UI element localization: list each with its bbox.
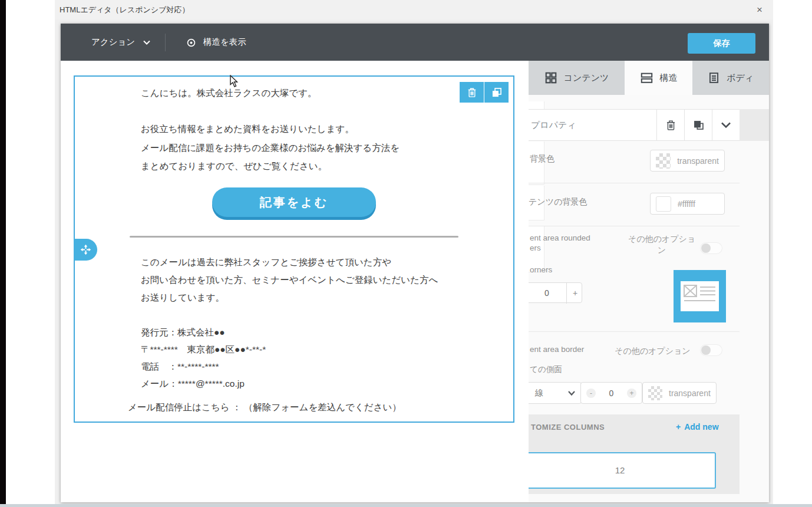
white-swatch: [656, 196, 671, 212]
all-sides-label: ての側面: [530, 364, 562, 375]
transparent-swatch: [656, 153, 671, 169]
block-action-buttons: [460, 82, 509, 103]
email-publisher-line: 発行元：株式会社●●: [141, 324, 266, 341]
email-body-line: まとめておりますので、ぜひご覧ください。: [141, 157, 400, 176]
copy-icon: [692, 119, 705, 131]
content-bg-picker[interactable]: #ffffff: [650, 193, 725, 215]
tab-structure[interactable]: 構造: [625, 61, 692, 95]
trash-icon: [466, 87, 478, 98]
selected-email-block[interactable]: こんにちは。株式会社ラクスの大塚です。 お役立ち情報をまとめた資料をお送りいたし…: [74, 75, 514, 423]
tab-body[interactable]: ボディ: [692, 61, 769, 95]
email-unsubscribe: メール配信停止はこちら ： （解除フォームを差込んでください）: [128, 401, 401, 414]
tab-contents-label: コンテンツ: [564, 73, 609, 84]
properties-header-row: プロパティ: [529, 109, 740, 141]
content-bg-value: #ffffff: [678, 199, 695, 209]
collapse-panel-button[interactable]: [712, 110, 740, 140]
image-placeholder-icon: [674, 270, 726, 322]
row-divider: [529, 331, 740, 332]
email-canvas[interactable]: こんにちは。株式会社ラクスの大塚です。 お役立ち情報をまとめた資料をお送りいたし…: [61, 61, 529, 502]
rounded-corners-label-line2: ers: [530, 243, 541, 252]
customize-columns-title: TOMIZE COLUMNS: [531, 423, 605, 432]
plus-icon: +: [676, 422, 681, 432]
copy-icon: [491, 87, 503, 98]
row-divider: [529, 183, 740, 183]
window-titlebar: HTMLエディタ（レスポンシブ対応） ×: [55, 0, 773, 19]
email-publisher-line: 電話 ：**-****-****: [141, 358, 266, 375]
border-color-value: transparent: [669, 389, 711, 398]
chevron-down-icon: [721, 121, 731, 129]
content-bg-label: テンツの背景色: [529, 197, 587, 208]
corners-label: orners: [530, 265, 552, 274]
move-icon: [80, 243, 92, 256]
rows-icon: [640, 71, 653, 84]
settings-sidebar: コンテンツ 構造 ボディ プロパティ: [529, 61, 769, 502]
bg-color-label: 背景色: [530, 154, 554, 164]
email-publisher: 発行元：株式会社●● 〒***-**** 東京都●●区●●*-**-* 電話 ：…: [141, 324, 266, 392]
editor-toolbar: アクション 構造を表示 保存: [61, 24, 769, 61]
delete-block-button[interactable]: [460, 82, 484, 103]
duplicate-block-button[interactable]: [484, 82, 509, 103]
border-other-options-label: その他のオプション: [615, 346, 691, 357]
border-width-value: 0: [609, 389, 614, 398]
properties-row-margin: [740, 109, 769, 141]
eye-icon: [186, 38, 196, 48]
border-width-stepper: - 0 +: [580, 382, 642, 404]
editor-window: HTMLエディタ（レスポンシブ対応） × アクション 構造を表示 保存: [55, 0, 773, 504]
email-publisher-line: 〒***-**** 東京都●●区●●*-**-*: [141, 341, 266, 358]
corners-stepper: 0 +: [529, 282, 582, 303]
border-color-picker[interactable]: transparent: [642, 382, 717, 404]
sidebar-tabs: コンテンツ 構造 ボディ: [529, 61, 769, 95]
border-style-value: 線: [535, 388, 543, 399]
clipped-field-fragment: [529, 101, 544, 110]
add-new-column-button[interactable]: + Add new: [676, 422, 719, 432]
row-divider: [529, 226, 740, 226]
border-label: ent area border: [530, 345, 584, 354]
tab-body-label: ボディ: [727, 73, 754, 84]
border-width-increment[interactable]: +: [627, 389, 636, 398]
email-audience-line: お問い合わせを頂いた方、セミナーやイベントへご登録いただいた方へ: [141, 271, 438, 289]
block-drag-handle[interactable]: [74, 239, 97, 261]
email-publisher-line: メール：*****@*****.co.jp: [141, 375, 266, 392]
other-options-label: その他のオプショ ン: [626, 233, 698, 256]
left-black-strip: [0, 0, 6, 507]
toggle-knob: [701, 345, 711, 355]
screen: HTMLエディタ（レスポンシブ対応） × アクション 構造を表示 保存: [0, 0, 812, 507]
corners-increment-button[interactable]: +: [566, 283, 583, 304]
document-icon: [708, 71, 720, 84]
delete-row-button[interactable]: [656, 110, 684, 140]
add-new-label: Add new: [684, 422, 718, 432]
show-structure-button[interactable]: 構造を表示: [186, 24, 246, 61]
email-divider: [130, 236, 458, 238]
email-greeting: こんにちは。株式会社ラクスの大塚です。: [141, 87, 317, 100]
rounded-corners-label-line1: ent area rounded: [530, 233, 590, 242]
mouse-cursor: [230, 75, 239, 88]
transparent-swatch: [648, 386, 662, 400]
email-audience-line: お送りしています。: [141, 289, 438, 307]
bottom-edge-strip: [0, 504, 812, 507]
bg-color-picker[interactable]: transparent: [650, 150, 725, 172]
border-options-toggle[interactable]: [700, 344, 722, 356]
toolbar-separator: [165, 34, 166, 51]
action-menu-label: アクション: [91, 37, 135, 47]
email-body-line: メール配信に課題をお持ちの企業様のお悩みを解決する方法を: [141, 139, 400, 157]
email-audience: このメールは過去に弊社スタッフとご挨拶させて頂いた方や お問い合わせを頂いた方、…: [141, 254, 438, 307]
email-body: お役立ち情報をまとめた資料をお送りいたします。 メール配信に課題をお持ちの企業様…: [141, 120, 400, 176]
duplicate-row-button[interactable]: [684, 110, 712, 140]
show-structure-label: 構造を表示: [203, 37, 246, 47]
properties-title: プロパティ: [529, 110, 656, 140]
chevron-down-icon: [567, 390, 576, 396]
action-menu[interactable]: アクション: [91, 24, 151, 61]
save-button[interactable]: 保存: [688, 33, 755, 54]
border-width-decrement[interactable]: -: [586, 389, 596, 398]
read-article-button[interactable]: 記事をよむ: [212, 187, 376, 217]
tab-contents[interactable]: コンテンツ: [529, 61, 625, 95]
close-icon[interactable]: ×: [753, 0, 766, 19]
email-body-line: お役立ち情報をまとめた資料をお送りいたします。: [141, 120, 400, 139]
editor-frame: アクション 構造を表示 保存 こんにちは。株式会社ラクスの大塚です。 お役立ち情…: [61, 24, 769, 502]
rounded-options-toggle[interactable]: [700, 242, 722, 254]
border-style-select[interactable]: 線: [529, 382, 582, 404]
window-title: HTMLエディタ（レスポンシブ対応）: [60, 0, 189, 19]
column-width-field[interactable]: 12: [529, 452, 716, 489]
corners-value: 0: [544, 283, 549, 304]
bg-color-value: transparent: [677, 156, 719, 166]
